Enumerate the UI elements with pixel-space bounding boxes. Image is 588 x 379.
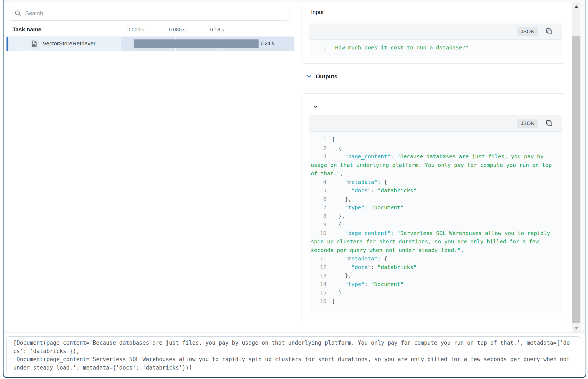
code-line: 11 "metadata": { <box>311 254 560 263</box>
task-duration-label: 0.24 s <box>261 41 274 46</box>
scroll-down-button[interactable] <box>572 324 580 333</box>
task-icon-box <box>29 39 39 49</box>
trace-timeline-pane: Task name 0.000 s 0.080 s 0.16 s <box>4 2 294 333</box>
right-gutter <box>580 2 586 333</box>
task-name-column-header: Task name <box>12 26 41 33</box>
screen: Task name 0.000 s 0.080 s 0.16 s <box>0 0 588 379</box>
triangle-up-icon <box>574 5 579 8</box>
scrollbar-thumb[interactable] <box>572 36 580 323</box>
chevron-down-icon <box>313 104 320 109</box>
app-window: Task name 0.000 s 0.080 s 0.16 s <box>3 0 586 378</box>
input-section-title: Input <box>311 9 324 15</box>
outputs-collapse-toggle[interactable] <box>313 103 320 110</box>
copy-icon[interactable] <box>545 119 553 128</box>
outputs-json-format-badge[interactable]: JSON <box>517 119 538 128</box>
selected-row-accent <box>6 37 8 51</box>
code-line: 7 "type": "Document" <box>311 203 560 212</box>
code-line: 8 }, <box>311 212 560 221</box>
pane-divider <box>294 2 294 333</box>
input-json-format-badge[interactable]: JSON <box>517 27 538 36</box>
code-line: 14 "type": "Document" <box>311 280 560 289</box>
code-line: 15 } <box>311 289 560 297</box>
main-panes: Task name 0.000 s 0.080 s 0.16 s <box>4 2 586 333</box>
input-section-card: Input JSON 1"How much does it cost to ru… <box>302 3 565 64</box>
input-code: JSON 1"How much does it cost to run a da… <box>309 24 562 56</box>
vertical-scrollbar <box>572 2 580 333</box>
outputs-code-header: JSON <box>309 115 562 132</box>
input-code-header: JSON <box>309 24 562 40</box>
code-line: 6 }, <box>311 195 560 204</box>
timeline-tick-label: 0.16 s <box>210 27 224 33</box>
code-line: 12 "docs": "databricks" <box>311 263 560 272</box>
chevron-down-icon <box>306 74 312 79</box>
code-line: 2 { <box>311 144 560 153</box>
input-code-lines: 1"How much does it cost to run a databas… <box>309 40 562 55</box>
triangle-down-icon <box>574 327 579 330</box>
task-table-header: Task name 0.000 s 0.080 s 0.16 s <box>4 23 294 37</box>
document-icon <box>31 40 37 47</box>
scroll-up-button[interactable] <box>572 2 580 11</box>
code-line: 1[ <box>311 135 560 144</box>
code-line: 4 "metadata": { <box>311 178 560 187</box>
copy-icon[interactable] <box>545 28 553 36</box>
outputs-section-toggle[interactable]: Outputs <box>306 73 337 80</box>
outputs-code-lines: 1[2 {3 "page_content": "Because database… <box>309 132 562 309</box>
task-duration-bar <box>134 39 259 48</box>
outputs-code: JSON 1[2 {3 "page_content": "Because dat… <box>309 115 562 313</box>
top-strip <box>4 0 586 2</box>
code-line: 9 { <box>311 220 560 229</box>
task-row-vectorstoreretriever[interactable]: VectorStoreRetriever 0.24 s <box>4 37 294 51</box>
search-input[interactable] <box>25 10 285 16</box>
code-line: 3 "page_content": "Because databases are… <box>311 152 560 178</box>
timeline-tick-label: 0.000 s <box>127 27 144 33</box>
code-line: 16] <box>311 297 560 306</box>
raw-output-text: [Document(page_content='Because database… <box>6 336 580 374</box>
search-box[interactable] <box>10 6 289 21</box>
task-name-label: VectorStoreRetriever <box>43 40 95 47</box>
code-line: 13 }, <box>311 271 560 280</box>
timeline-tick-label: 0.080 s <box>169 27 186 33</box>
outputs-section-card: JSON 1[2 {3 "page_content": "Because dat… <box>302 93 565 322</box>
code-line: 10 "page_content": "Serverless SQL Wareh… <box>311 229 560 255</box>
code-line: 1"How much does it cost to run a databas… <box>311 43 560 52</box>
outputs-section-title: Outputs <box>316 73 337 80</box>
code-line: 5 "docs": "databricks" <box>311 186 560 195</box>
search-icon <box>14 10 21 17</box>
